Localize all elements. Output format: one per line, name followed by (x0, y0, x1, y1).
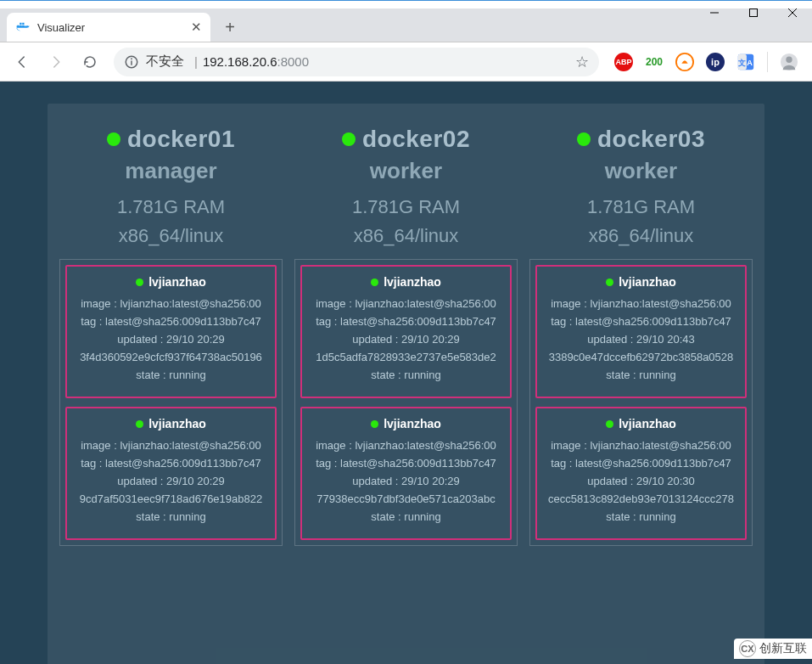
toolbar-divider (767, 52, 768, 72)
task-name: lvjianzhao (70, 417, 272, 430)
node-ram: 1.781G RAM (117, 196, 225, 218)
nodes-row: docker01 manager 1.781G RAM x86_64/linux… (59, 126, 753, 546)
task-state: state : running (70, 510, 272, 523)
task-state: state : running (70, 369, 272, 381)
node-role: worker (370, 158, 442, 184)
page-content: docker01 manager 1.781G RAM x86_64/linux… (0, 82, 812, 664)
task-image: image : lvjianzhao:latest@sha256:00 (70, 439, 272, 452)
node-role: worker (605, 158, 677, 184)
task-card[interactable]: lvjianzhao image : lvjianzhao:latest@sha… (65, 407, 277, 540)
node-column: docker02 worker 1.781G RAM x86_64/linux … (294, 126, 518, 546)
svg-text:文: 文 (737, 58, 746, 66)
task-state: state : running (540, 510, 742, 523)
task-state: state : running (540, 369, 742, 381)
status-dot-icon (371, 279, 378, 286)
task-name: lvjianzhao (70, 275, 272, 289)
window-controls (695, 0, 812, 25)
svg-rect-1 (750, 9, 758, 17)
task-image: image : lvjianzhao:latest@sha256:00 (305, 439, 507, 452)
status-dot-icon (136, 420, 143, 428)
window-close-button[interactable] (773, 0, 812, 25)
node-title: docker01 (107, 126, 235, 153)
task-name: lvjianzhao (540, 275, 742, 289)
address-bar[interactable]: 不安全 | 192.168.20.6:8000 ☆ (114, 48, 599, 76)
node-arch: x86_64/linux (119, 225, 224, 247)
forward-button[interactable] (41, 47, 71, 77)
site-info-icon[interactable] (124, 54, 139, 70)
task-state: state : running (305, 510, 507, 523)
avast-extension-icon[interactable] (675, 53, 694, 71)
task-hash: cecc5813c892deb93e7013124ccc278 (540, 492, 742, 505)
task-card[interactable]: lvjianzhao image : lvjianzhao:latest@sha… (300, 407, 512, 540)
task-image: image : lvjianzhao:latest@sha256:00 (70, 297, 272, 310)
abp-extension-icon[interactable]: ABP (614, 53, 633, 71)
task-stack: lvjianzhao image : lvjianzhao:latest@sha… (59, 259, 283, 546)
url-host: 192.168.20.6 (203, 54, 277, 69)
status-dot-icon (107, 132, 120, 146)
node-ram: 1.781G RAM (352, 196, 460, 218)
node-arch: x86_64/linux (354, 225, 459, 247)
status-dot-icon (371, 420, 378, 428)
node-ram: 1.781G RAM (587, 196, 695, 218)
translate-extension-icon[interactable]: 文A (736, 53, 755, 71)
bookmark-star-icon[interactable]: ☆ (575, 53, 589, 71)
tab-strip: Visualizer ✕ + (0, 8, 812, 42)
profile-avatar-button[interactable] (780, 53, 798, 71)
task-updated: updated : 29/10 20:29 (305, 333, 507, 346)
browser-tab[interactable]: Visualizer ✕ (7, 13, 210, 42)
window-minimize-button[interactable] (695, 0, 734, 25)
task-card[interactable]: lvjianzhao image : lvjianzhao:latest@sha… (300, 265, 512, 398)
task-updated: updated : 29/10 20:43 (540, 333, 742, 346)
task-updated: updated : 29/10 20:29 (70, 475, 272, 487)
new-tab-button[interactable]: + (217, 14, 243, 40)
task-updated: updated : 29/10 20:29 (305, 475, 507, 487)
url-port: :8000 (277, 54, 310, 69)
task-state: state : running (305, 369, 507, 381)
watermark: CX 创新互联 (734, 639, 812, 659)
node-arch: x86_64/linux (589, 225, 694, 247)
status-dot-icon (577, 132, 591, 146)
node-name: docker03 (597, 126, 705, 153)
omnibox-separator: | (194, 54, 198, 69)
node-column: docker01 manager 1.781G RAM x86_64/linux… (59, 126, 283, 546)
window-top-border (0, 0, 812, 8)
task-hash: 77938ecc9b7dbf3de0e571ca203abc (305, 492, 507, 505)
task-tag: tag : latest@sha256:009d113bb7c47 (540, 315, 742, 328)
window-maximize-button[interactable] (734, 0, 773, 25)
svg-rect-8 (22, 23, 24, 25)
reload-button[interactable] (75, 47, 105, 77)
task-stack: lvjianzhao image : lvjianzhao:latest@sha… (529, 259, 753, 546)
insecure-label: 不安全 (146, 53, 184, 70)
ip-extension-icon[interactable]: ip (706, 53, 725, 71)
tab-close-button[interactable]: ✕ (191, 20, 202, 35)
task-stack: lvjianzhao image : lvjianzhao:latest@sha… (294, 259, 518, 546)
svg-text:A: A (747, 58, 753, 66)
svg-point-11 (131, 58, 132, 59)
counter-extension-icon[interactable]: 200 (645, 53, 664, 71)
docker-favicon (15, 20, 31, 35)
task-hash: 9cd7af5031eec9f718ad676e19ab822 (70, 492, 272, 505)
node-role: manager (125, 158, 216, 184)
visualizer-panel: docker01 manager 1.781G RAM x86_64/linux… (48, 104, 764, 664)
node-name: docker01 (127, 126, 235, 153)
task-card[interactable]: lvjianzhao image : lvjianzhao:latest@sha… (65, 265, 277, 398)
task-tag: tag : latest@sha256:009d113bb7c47 (70, 457, 272, 470)
svg-rect-7 (20, 23, 21, 25)
status-dot-icon (606, 420, 613, 428)
task-updated: updated : 29/10 20:30 (540, 475, 742, 487)
task-name: lvjianzhao (305, 275, 507, 289)
task-tag: tag : latest@sha256:009d113bb7c47 (540, 457, 742, 470)
watermark-icon: CX (739, 640, 756, 657)
task-hash: 3f4d360592e9cfcf937f64738ac50196 (70, 351, 272, 363)
task-image: image : lvjianzhao:latest@sha256:00 (305, 297, 507, 310)
status-dot-icon (136, 279, 143, 286)
node-column: docker03 worker 1.781G RAM x86_64/linux … (529, 126, 753, 546)
node-name: docker02 (362, 126, 470, 153)
task-name: lvjianzhao (540, 417, 742, 430)
task-image: image : lvjianzhao:latest@sha256:00 (540, 297, 742, 310)
extensions-area: ABP 200 ip 文A (608, 52, 805, 72)
task-card[interactable]: lvjianzhao image : lvjianzhao:latest@sha… (535, 265, 747, 398)
watermark-text: 创新互联 (759, 641, 807, 656)
task-card[interactable]: lvjianzhao image : lvjianzhao:latest@sha… (535, 407, 747, 540)
back-button[interactable] (7, 47, 37, 77)
